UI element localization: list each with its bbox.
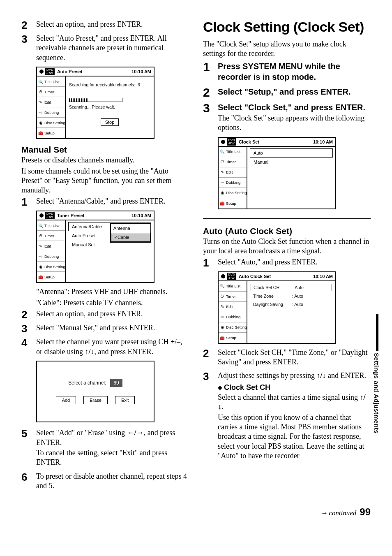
record-dot-icon — [221, 274, 225, 278]
sidebar-item-edit: ✎Edit — [37, 97, 65, 107]
osd-searching-label: Searching for receivable channels: — [69, 82, 135, 87]
step-number: 2 — [203, 86, 218, 99]
disc-setting-icon: ◉ — [38, 264, 43, 269]
step-number: 2 — [21, 20, 36, 30]
step-number: 4 — [21, 337, 36, 348]
step-number: 3 — [203, 102, 218, 114]
ms-note-cable: "Cable": Presets cable TV channels. — [36, 298, 189, 308]
title-list-icon: 🔍 — [38, 79, 43, 84]
sidebar-item-timer: ⏱Timer — [219, 157, 247, 167]
exit-button[interactable]: Exit — [115, 396, 135, 404]
sidebar-item-timer: ⏱Timer — [37, 87, 65, 97]
ms-step-5: 5 Select "Add" or "Erase" using ←/→, and… — [21, 428, 189, 468]
setup-icon: 🧰 — [38, 131, 43, 136]
edit-icon: ✎ — [220, 304, 225, 309]
check-icon: ✓ — [114, 235, 118, 240]
osd-scanning-label: Scanning... Please wait. — [69, 104, 150, 109]
sidebar-item-title-list: 🔍Title List — [219, 281, 247, 292]
dvd-rw-badge-icon: DVD-RW — [227, 273, 236, 280]
sidebar-item-dubbing: ⇨Dubbing — [219, 312, 247, 322]
osd-row-clock-set-ch[interactable]: Clock Set CH : Auto — [251, 284, 332, 291]
osd-sidebar: 🔍Title List ⏱Timer ✎Edit ⇨Dubbing ◉Disc … — [219, 147, 247, 208]
sidebar-item-title-list: 🔍Title List — [37, 76, 65, 87]
osd-row-daylight-saving[interactable]: Daylight Saving : Auto — [251, 301, 332, 308]
ms-step-1: 1 Select "Antenna/Cable," and press ENTE… — [21, 197, 189, 207]
osd-option-manual[interactable]: Manual — [250, 158, 333, 167]
dubbing-icon: ⇨ — [38, 110, 43, 115]
sidebar-item-dubbing: ⇨Dubbing — [37, 251, 65, 262]
disc-setting-icon: ◉ — [220, 190, 225, 195]
setup-icon: 🧰 — [220, 201, 225, 206]
osd-header: DVD-RW Auto Clock Set 10:10 AM — [219, 272, 335, 281]
osd-row-time-zone[interactable]: Time Zone : Auto — [251, 293, 332, 299]
setup-icon: 🧰 — [220, 335, 225, 340]
step-text: Select an option, and press ENTER. — [36, 20, 189, 29]
auto-clock-set-heading: Auto (Auto Clock Set) — [203, 226, 371, 236]
step-text: Select the channel you want preset using… — [36, 337, 189, 357]
auto-clock-set-intro: Turns on the Auto Clock Set function whe… — [203, 237, 371, 256]
sidebar-item-edit: ✎Edit — [219, 302, 247, 312]
continued-label: →continued — [321, 509, 356, 517]
disc-setting-icon: ◉ — [38, 120, 43, 125]
add-button[interactable]: Add — [56, 396, 76, 404]
page-footer: →continued 99 — [21, 506, 371, 518]
left-column: 2 Select an option, and press ENTER. 3 S… — [21, 20, 189, 495]
sidebar-item-disc-setting: ◉Disc Setting — [37, 262, 65, 272]
sidebar-item-disc-setting: ◉Disc Setting — [219, 322, 247, 333]
osd-sidebar: 🔍Title List ⏱Timer ✎Edit ⇨Dubbing ◉Disc … — [219, 281, 247, 343]
page-number: 99 — [360, 506, 371, 518]
step-text: Select "Clock Set CH," "Time Zone," or "… — [218, 348, 371, 367]
stop-button[interactable]: Stop — [101, 118, 119, 126]
ms-step-6: 6 To preset or disable another channel, … — [21, 472, 189, 492]
sub-text-1: Select a channel that carries a time sig… — [218, 393, 371, 412]
step-text: Select "Manual Set," and press ENTER. — [36, 323, 189, 333]
osd-main: Auto Manual — [247, 147, 335, 208]
osd-header: DVD-RW Tuner Preset 10:10 AM — [37, 211, 154, 220]
record-dot-icon — [221, 140, 225, 144]
clock-setting-intro: The "Clock Set" setup allows you to make… — [203, 39, 371, 58]
sidebar-item-edit: ✎Edit — [219, 167, 247, 178]
step-number: 3 — [203, 371, 218, 382]
step-number: 1 — [203, 257, 218, 268]
right-column: Clock Setting (Clock Set) The "Clock Set… — [203, 20, 371, 495]
step-number: 6 — [21, 472, 36, 482]
sidebar-item-setup: 🧰Setup — [219, 198, 247, 208]
submenu-item-antenna[interactable]: Antenna — [111, 224, 150, 233]
sidebar-item-dubbing: ⇨Dubbing — [37, 107, 65, 118]
progress-bar — [69, 98, 122, 102]
sidebar-item-edit: ✎Edit — [37, 241, 65, 251]
acs-step-2: 2 Select "Clock Set CH," "Time Zone," or… — [203, 348, 371, 368]
osd-tuner-preset: DVD-RW Tuner Preset 10:10 AM 🔍Title List… — [36, 211, 154, 283]
continued-arrow-icon: → — [321, 509, 328, 517]
step-text: To preset or disable another channel, re… — [36, 472, 189, 491]
step-text: Select "Auto," and press ENTER. — [218, 257, 371, 267]
osd-main: Searching for receivable channels: 3 Sca… — [66, 76, 154, 138]
step-number: 5 — [21, 428, 36, 439]
osd-option-auto[interactable]: Auto — [250, 148, 333, 158]
erase-button[interactable]: Erase — [83, 396, 108, 404]
osd-main: Clock Set CH : Auto Time Zone : Auto Day… — [247, 281, 335, 343]
sidebar-item-title-list: 🔍Title List — [219, 147, 247, 157]
step-subtext: The "Clock Set" setup appears with the f… — [218, 114, 371, 133]
timer-icon: ⏱ — [38, 233, 43, 238]
osd-header: DVD-RW Auto Preset 10:10 AM — [37, 67, 154, 76]
title-list-icon: 🔍 — [220, 149, 225, 154]
channel-value[interactable]: 69 — [110, 379, 122, 387]
manual-set-intro-2: If some channels could not be set using … — [21, 167, 189, 195]
submenu-item-cable[interactable]: ✓Cable — [111, 233, 150, 242]
sidebar-item-disc-setting: ◉Disc Setting — [219, 188, 247, 198]
step-text: Select "Add" or "Erase" using ←/→, and p… — [36, 428, 189, 447]
dvd-rw-badge-icon: DVD-RW — [45, 212, 55, 219]
cs-step-3: 3 Select "Clock Set," and press ENTER. T… — [203, 102, 371, 134]
sidebar-item-dubbing: ⇨Dubbing — [219, 178, 247, 188]
up-down-arrow-icon: ↑/↓ — [317, 371, 326, 380]
left-step-2: 2 Select an option, and press ENTER. — [21, 20, 189, 30]
sidebar-item-setup: 🧰Setup — [37, 272, 65, 282]
side-tab-bar-icon — [376, 314, 378, 351]
select-channel-dialog: Select a channel: 69 Add Erase Exit — [36, 361, 154, 422]
acs-step-1: 1 Select "Auto," and press ENTER. — [203, 257, 371, 268]
title-list-icon: 🔍 — [220, 284, 225, 289]
step-text: Select "Clock Set," and press ENTER. — [218, 102, 371, 113]
osd-auto-preset: DVD-RW Auto Preset 10:10 AM 🔍Title List … — [36, 67, 154, 139]
sidebar-item-disc-setting: ◉Disc Setting — [37, 118, 65, 128]
